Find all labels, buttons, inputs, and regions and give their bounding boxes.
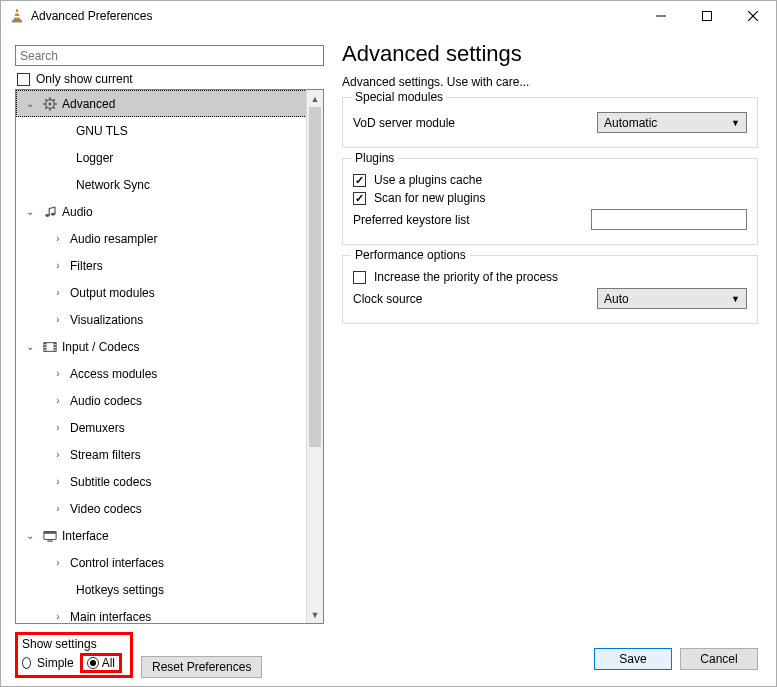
page-title: Advanced settings: [342, 41, 758, 67]
tree-item-label: Advanced: [62, 97, 115, 111]
tree-item[interactable]: ›Stream filters: [16, 441, 323, 468]
gear-icon: [42, 96, 58, 112]
radio-all-highlight: All: [80, 653, 122, 673]
group-special-modules: Special modules VoD server module Automa…: [342, 97, 758, 148]
tree-item[interactable]: ·Hotkeys settings: [16, 576, 323, 603]
scroll-up-icon[interactable]: ▲: [307, 90, 323, 107]
reset-preferences-button[interactable]: Reset Preferences: [141, 656, 262, 678]
svg-line-15: [53, 106, 55, 108]
group-performance-legend: Performance options: [351, 248, 470, 262]
show-settings-box: Show settings Simple All: [15, 632, 133, 678]
tree-item-label: Hotkeys settings: [76, 583, 164, 597]
scroll-down-icon[interactable]: ▼: [307, 606, 323, 623]
clock-source-label: Clock source: [353, 292, 583, 306]
tree-item[interactable]: ›Visualizations: [16, 306, 323, 333]
tree-item[interactable]: ⌄Input / Codecs: [16, 333, 323, 360]
clock-source-select[interactable]: Auto ▼: [597, 288, 747, 309]
minimize-button[interactable]: [638, 1, 684, 31]
tree-item-label: Subtitle codecs: [70, 475, 151, 489]
tree-item[interactable]: ·GNU TLS: [16, 117, 323, 144]
tree-item-label: Main interfaces: [70, 610, 151, 624]
only-show-current-row[interactable]: Only show current: [15, 69, 324, 89]
radio-simple-label: Simple: [37, 656, 74, 670]
search-input[interactable]: [15, 45, 324, 66]
tree-item-label: Control interfaces: [70, 556, 164, 570]
clock-source-value: Auto: [604, 292, 629, 306]
iface-icon: [42, 528, 58, 544]
tree-scrollbar[interactable]: ▲ ▼: [306, 90, 323, 623]
close-button[interactable]: [730, 1, 776, 31]
tree-item[interactable]: ·Network Sync: [16, 171, 323, 198]
tree-item[interactable]: ›Audio codecs: [16, 387, 323, 414]
tree-item-label: Visualizations: [70, 313, 143, 327]
tree-item-label: Output modules: [70, 286, 155, 300]
group-performance: Performance options Increase the priorit…: [342, 255, 758, 324]
svg-rect-23: [44, 344, 47, 345]
tree-item[interactable]: ·Logger: [16, 144, 323, 171]
cancel-button[interactable]: Cancel: [680, 648, 758, 670]
group-plugins: Plugins Use a plugins cache Scan for new…: [342, 158, 758, 245]
maximize-button[interactable]: [684, 1, 730, 31]
vod-select[interactable]: Automatic ▼: [597, 112, 747, 133]
svg-rect-31: [47, 540, 52, 541]
increase-priority-label: Increase the priority of the process: [374, 270, 558, 284]
tree-item[interactable]: ›Audio resampler: [16, 225, 323, 252]
tree-item-label: Filters: [70, 259, 103, 273]
scan-new-plugins-checkbox[interactable]: [353, 192, 366, 205]
keystore-input[interactable]: [591, 209, 747, 230]
only-show-current-checkbox[interactable]: [17, 73, 30, 86]
scroll-thumb[interactable]: [309, 107, 321, 447]
window-title: Advanced Preferences: [31, 9, 638, 23]
tree-item-label: Interface: [62, 529, 109, 543]
tree-item[interactable]: ›Output modules: [16, 279, 323, 306]
tree-item-label: Demuxers: [70, 421, 125, 435]
radio-simple[interactable]: [22, 657, 31, 669]
svg-rect-1: [15, 12, 19, 14]
tree-item[interactable]: ⌄Advanced: [16, 90, 323, 117]
increase-priority-checkbox[interactable]: [353, 271, 366, 284]
tree-item[interactable]: ›Subtitle codecs: [16, 468, 323, 495]
show-settings-legend: Show settings: [22, 637, 122, 651]
tree-item-label: Access modules: [70, 367, 157, 381]
only-show-current-label: Only show current: [36, 72, 133, 86]
svg-rect-24: [44, 347, 47, 348]
svg-line-17: [45, 106, 47, 108]
tree-item-label: Video codecs: [70, 502, 142, 516]
svg-rect-25: [44, 349, 47, 350]
tree-item-label: GNU TLS: [76, 124, 128, 138]
tree-item[interactable]: ›Video codecs: [16, 495, 323, 522]
tree-item[interactable]: ›Access modules: [16, 360, 323, 387]
svg-line-16: [53, 99, 55, 101]
svg-rect-2: [14, 16, 20, 18]
tree-item-label: Logger: [76, 151, 113, 165]
vod-label: VoD server module: [353, 116, 583, 130]
radio-all[interactable]: [87, 657, 99, 669]
titlebar: Advanced Preferences: [1, 1, 776, 31]
tree-item-label: Network Sync: [76, 178, 150, 192]
vod-select-value: Automatic: [604, 116, 657, 130]
svg-line-14: [45, 99, 47, 101]
tree-item[interactable]: ›Demuxers: [16, 414, 323, 441]
tree-item[interactable]: ›Filters: [16, 252, 323, 279]
tree-item[interactable]: ⌄Interface: [16, 522, 323, 549]
tree-item-label: Audio resampler: [70, 232, 157, 246]
tree-item[interactable]: ›Main interfaces: [16, 603, 323, 623]
save-button[interactable]: Save: [594, 648, 672, 670]
note-icon: [42, 204, 58, 220]
tree-item-label: Audio codecs: [70, 394, 142, 408]
codec-icon: [42, 339, 58, 355]
tree-item[interactable]: ›Control interfaces: [16, 549, 323, 576]
use-plugins-cache-label: Use a plugins cache: [374, 173, 482, 187]
svg-rect-26: [54, 344, 57, 345]
radio-all-label: All: [102, 656, 115, 670]
tree-item-label: Input / Codecs: [62, 340, 139, 354]
scan-new-plugins-label: Scan for new plugins: [374, 191, 485, 205]
group-plugins-legend: Plugins: [351, 151, 398, 165]
settings-tree[interactable]: ⌄Advanced·GNU TLS·Logger·Network Sync⌄Au…: [16, 90, 323, 623]
svg-rect-30: [44, 531, 56, 533]
chevron-down-icon: ▼: [731, 118, 740, 128]
tree-item[interactable]: ⌄Audio: [16, 198, 323, 225]
keystore-label: Preferred keystore list: [353, 213, 583, 227]
tree-item-label: Stream filters: [70, 448, 141, 462]
use-plugins-cache-checkbox[interactable]: [353, 174, 366, 187]
